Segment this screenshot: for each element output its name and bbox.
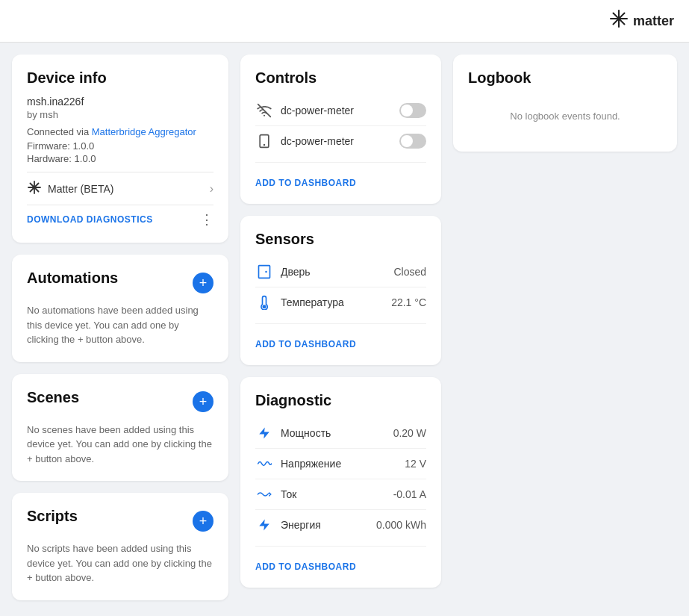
- scripts-empty: No scripts have been added using this de…: [27, 541, 213, 585]
- connected-link[interactable]: Matterbridge Aggregator: [92, 126, 196, 137]
- diag-name-3: Энергия: [281, 519, 321, 531]
- controls-title: Controls: [255, 69, 426, 87]
- control-row-1: dc-power-meter: [255, 125, 426, 156]
- automations-title: Automations: [27, 270, 118, 287]
- svg-marker-15: [259, 428, 269, 439]
- diag-name-0: Мощность: [281, 427, 331, 439]
- diagnostic-title: Diagnostic: [255, 392, 426, 409]
- automations-empty: No automations have been added using thi…: [27, 303, 213, 347]
- sensor-left-0: Дверь: [255, 263, 311, 281]
- sensor-name-0: Дверь: [281, 266, 311, 278]
- svg-rect-12: [259, 266, 270, 279]
- sensors-title: Sensors: [255, 231, 426, 248]
- sensor-name-1: Температура: [281, 296, 344, 308]
- control-toggle-1[interactable]: [399, 134, 426, 149]
- matter-logo: matter: [609, 9, 674, 33]
- control-toggle-0[interactable]: [399, 103, 426, 118]
- matter-logo-text: matter: [633, 13, 674, 29]
- diag-left-1: Напряжение: [255, 455, 341, 473]
- logbook-empty: No logbook events found.: [468, 96, 662, 137]
- bolt-icon-1: [255, 516, 273, 534]
- control-left-0: dc-power-meter: [255, 102, 354, 119]
- device-connected: Connected via Matterbridge Aggregator: [27, 126, 213, 137]
- scripts-title: Scripts: [27, 508, 78, 525]
- diag-name-2: Ток: [281, 488, 296, 500]
- sensor-row-1: Температура 22.1 °C: [255, 287, 426, 317]
- diag-name-1: Напряжение: [281, 458, 341, 470]
- control-name-1: dc-power-meter: [281, 135, 354, 147]
- download-diagnostics-link[interactable]: DOWNLOAD DIAGNOSTICS: [27, 214, 153, 225]
- matter-star-icon: [609, 9, 629, 33]
- matter-label: Matter (BETA): [48, 183, 113, 195]
- more-options-icon[interactable]: ⋮: [200, 211, 213, 228]
- automations-header: Automations +: [27, 270, 213, 296]
- wifi-off-icon: [255, 102, 273, 119]
- diag-value-0: 0.20 W: [393, 427, 426, 439]
- diag-value-2: -0.01 A: [393, 488, 426, 500]
- left-column: Device info msh.ina226f by msh Connected…: [12, 55, 228, 600]
- chevron-right-icon: ›: [210, 182, 213, 196]
- controls-card: Controls dc-power-meter: [240, 55, 441, 204]
- center-column: Controls dc-power-meter: [240, 55, 441, 600]
- phone-icon: [255, 132, 273, 150]
- matter-row-icon: [27, 180, 42, 197]
- right-column: Logbook No logbook events found.: [453, 55, 677, 600]
- logbook-card: Logbook No logbook events found.: [453, 55, 677, 152]
- diagnostic-add-dashboard-button[interactable]: ADD TO DASHBOARD: [255, 561, 356, 572]
- sensors-card: Sensors Дверь Closed: [240, 216, 441, 365]
- diag-value-3: 0.000 kWh: [376, 519, 426, 531]
- diag-row-1: Напряжение 12 V: [255, 448, 426, 479]
- add-automation-button[interactable]: +: [193, 273, 213, 293]
- scenes-card: Scenes + No scenes have been added using…: [12, 374, 228, 482]
- controls-add-dashboard-button[interactable]: ADD TO DASHBOARD: [255, 178, 356, 188]
- diag-value-1: 12 V: [405, 458, 426, 470]
- device-name: msh.ina226f: [27, 96, 213, 108]
- thermometer-icon: [255, 293, 273, 311]
- control-name-0: dc-power-meter: [281, 105, 354, 116]
- sensors-add-dashboard-button[interactable]: ADD TO DASHBOARD: [255, 339, 356, 349]
- diagnostic-card: Diagnostic Мощность 0.20 W: [240, 377, 441, 588]
- automations-card: Automations + No automations have been a…: [12, 255, 228, 362]
- logbook-title: Logbook: [468, 69, 662, 87]
- matter-row[interactable]: Matter (BETA) ›: [27, 172, 213, 205]
- add-scene-button[interactable]: +: [193, 391, 213, 412]
- device-by: by msh: [27, 109, 213, 120]
- diag-row-3: Энергия 0.000 kWh: [255, 509, 426, 540]
- connected-label: Connected via: [27, 126, 92, 137]
- sensor-value-0: Closed: [393, 266, 426, 278]
- svg-point-14: [263, 305, 265, 308]
- main-content: Device info msh.ina226f by msh Connected…: [0, 43, 689, 612]
- diag-left-3: Энергия: [255, 516, 321, 534]
- download-row: DOWNLOAD DIAGNOSTICS ⋮: [27, 205, 213, 228]
- scenes-header: Scenes +: [27, 389, 213, 415]
- diag-left-0: Мощность: [255, 424, 331, 442]
- device-info-title: Device info: [27, 69, 213, 87]
- diag-row-0: Мощность 0.20 W: [255, 418, 426, 448]
- scripts-header: Scripts +: [27, 508, 213, 534]
- scenes-title: Scenes: [27, 389, 79, 406]
- scripts-card: Scripts + No scripts have been added usi…: [12, 493, 228, 600]
- device-hardware: Hardware: 1.0.0: [27, 153, 213, 164]
- sensor-row-0: Дверь Closed: [255, 257, 426, 287]
- device-firmware: Firmware: 1.0.0: [27, 140, 213, 152]
- top-bar: matter: [0, 0, 689, 43]
- door-icon: [255, 263, 273, 281]
- matter-row-left: Matter (BETA): [27, 180, 113, 197]
- scenes-empty: No scenes have been added using this dev…: [27, 423, 213, 467]
- current-icon: [255, 485, 273, 503]
- control-row-0: dc-power-meter: [255, 96, 426, 125]
- sensor-left-1: Температура: [255, 293, 344, 311]
- wave-icon: [255, 455, 273, 473]
- diag-left-2: Ток: [255, 485, 296, 503]
- diag-row-2: Ток -0.01 A: [255, 479, 426, 509]
- svg-marker-16: [259, 520, 269, 531]
- bolt-icon-0: [255, 424, 273, 442]
- device-info-card: Device info msh.ina226f by msh Connected…: [12, 55, 228, 243]
- add-script-button[interactable]: +: [193, 511, 213, 532]
- sensor-value-1: 22.1 °C: [391, 296, 426, 308]
- control-left-1: dc-power-meter: [255, 132, 354, 150]
